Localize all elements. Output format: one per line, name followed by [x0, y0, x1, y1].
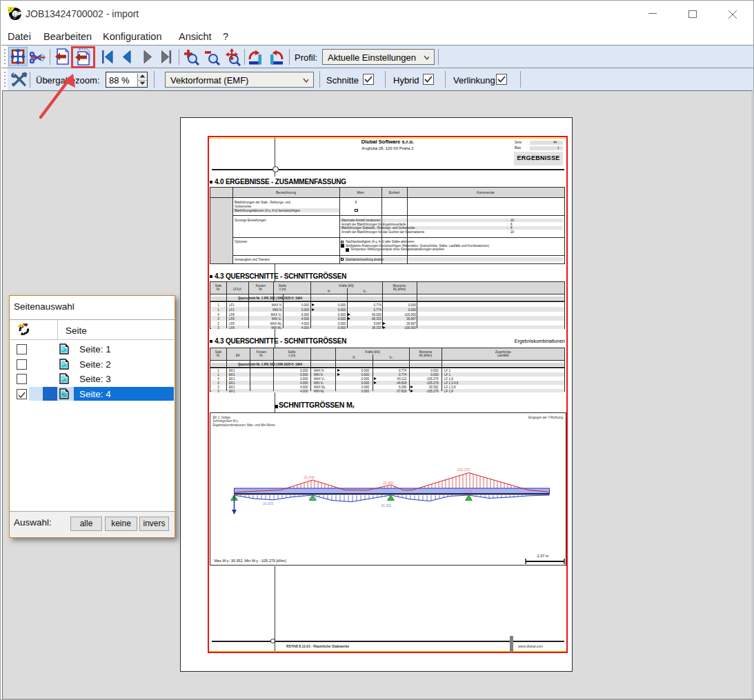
svg-text:-5.279: -5.279: [463, 490, 473, 494]
svg-text:-21.406: -21.406: [303, 475, 315, 479]
svg-text:1.486: 1.486: [308, 497, 317, 501]
svg-text:-105.279: -105.279: [456, 468, 470, 472]
svg-text:12: 12: [13, 12, 19, 17]
svg-text:-22.961: -22.961: [382, 481, 394, 485]
svg-text:30.352: 30.352: [381, 503, 392, 508]
svg-text:20.925: 20.925: [263, 501, 274, 506]
